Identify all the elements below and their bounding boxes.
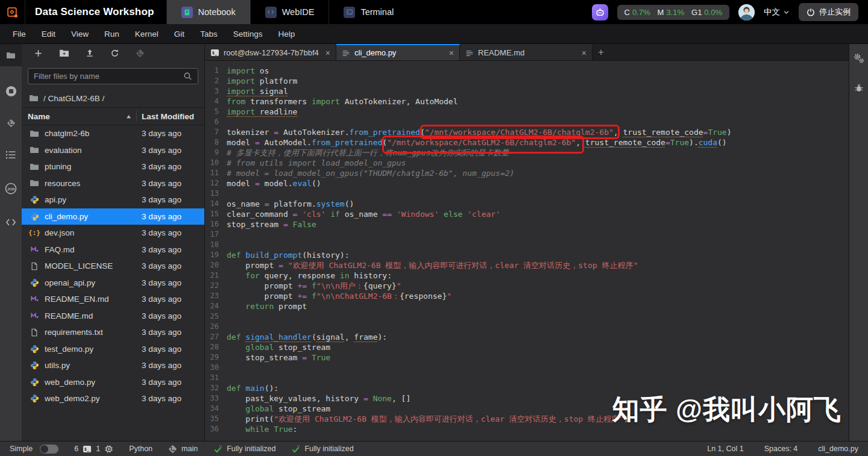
file-list-header: Name Last Modified	[22, 107, 204, 125]
assistant-button[interactable]	[592, 4, 608, 20]
lsp-status-1[interactable]: Fully initialized	[213, 445, 275, 454]
notebook-icon	[181, 7, 193, 18]
file-row[interactable]: evaluation3 days ago	[22, 142, 204, 159]
folder-icon	[30, 129, 39, 139]
upload-button[interactable]	[86, 49, 94, 60]
code-line: 7tokenizer = AutoTokenizer.from_pretrain…	[205, 127, 849, 137]
git-icon	[136, 49, 145, 58]
menu-settings[interactable]: Settings	[225, 30, 271, 39]
kernels-count[interactable]: 1	[96, 445, 100, 453]
resource-m: M3.1%	[658, 8, 684, 17]
rail-item-list[interactable]	[5, 149, 17, 163]
lsp-status-2[interactable]: Fully initialized	[291, 445, 353, 454]
code-text: def main():	[227, 383, 278, 393]
rail-item-gears[interactable]	[853, 52, 865, 67]
menu-bar: FileEditViewRunKernelGitTabsSettingsHelp	[0, 24, 868, 44]
terminals-count[interactable]: 6	[74, 445, 78, 453]
product-tab-terminal[interactable]: Terminal	[329, 0, 408, 24]
column-last-modified[interactable]: Last Modified	[137, 112, 204, 121]
line-number: 22	[205, 281, 227, 291]
language-selector[interactable]: 中文	[764, 7, 790, 17]
rail-item-folder[interactable]	[0, 44, 22, 66]
product-tab-label: Terminal	[360, 7, 394, 17]
new-tab-button[interactable]: +	[593, 44, 609, 60]
line-number: 20	[205, 260, 227, 270]
menu-help[interactable]: Help	[270, 30, 303, 39]
resource-label: M	[658, 8, 664, 17]
editor-tab-cli-demo-py[interactable]: cli_demo.py×	[336, 44, 460, 60]
file-modified: 3 days ago	[142, 179, 204, 188]
file-row[interactable]: chatglm2-6b3 days ago	[22, 125, 204, 142]
git-clone-button[interactable]	[136, 49, 145, 60]
breadcrumb[interactable]: / ChatGLM2-6B /	[22, 89, 204, 107]
file-row[interactable]: utils.py3 days ago	[22, 357, 204, 374]
product-tab-webide[interactable]: WebIDE	[250, 0, 329, 24]
file-row[interactable]: ptuning3 days ago	[22, 158, 204, 175]
column-name[interactable]: Name	[22, 112, 136, 121]
rail-item-job[interactable]: JOB	[4, 182, 17, 198]
search-icon	[183, 72, 192, 81]
doc-icon	[342, 49, 350, 57]
indent-setting[interactable]: Spaces: 4	[764, 445, 798, 453]
statusbar-filename: cli_demo.py	[818, 445, 858, 453]
menu-run[interactable]: Run	[96, 30, 127, 39]
line-number: 8	[205, 137, 227, 148]
line-number: 1	[205, 66, 227, 76]
file-row[interactable]: cli_demo.py3 days ago	[22, 208, 204, 225]
menu-kernel[interactable]: Kernel	[127, 30, 166, 39]
resource-value: 3.1%	[666, 8, 684, 17]
line-number: 4	[205, 96, 227, 107]
menu-git[interactable]: Git	[166, 30, 192, 39]
folder-icon	[30, 178, 39, 188]
cursor-position[interactable]: Ln 1, Col 1	[707, 445, 743, 453]
product-tab-notebook[interactable]: Notebook	[166, 0, 250, 24]
simple-mode-toggle[interactable]	[40, 445, 58, 454]
file-row[interactable]: resources3 days ago	[22, 175, 204, 192]
file-row[interactable]: FAQ.md3 days ago	[22, 242, 204, 258]
code-icon	[5, 216, 17, 228]
file-row[interactable]: MODEL_LICENSE3 days ago	[22, 258, 204, 275]
file-row[interactable]: web_demo.py3 days ago	[22, 374, 204, 391]
file-row[interactable]: api.py3 days ago	[22, 192, 204, 208]
code-line: 4from transformers import AutoTokenizer,…	[205, 96, 849, 107]
code-text: import platform	[227, 76, 297, 86]
rail-item-code[interactable]	[5, 216, 17, 231]
rail-item-stop-circle[interactable]	[5, 85, 17, 100]
code-line: 26	[205, 322, 849, 332]
resource-usage-badge[interactable]: C0.7%M3.1%G10.0%	[617, 5, 730, 20]
kernel-name[interactable]: Python	[129, 445, 153, 453]
file-row[interactable]: README.md3 days ago	[22, 308, 204, 325]
menu-tabs[interactable]: Tabs	[192, 30, 225, 39]
line-number: 6	[205, 117, 227, 127]
file-row[interactable]: openai_api.py3 days ago	[22, 275, 204, 292]
new-folder-button[interactable]	[59, 49, 69, 60]
new-launcher-button[interactable]	[34, 49, 43, 60]
file-row[interactable]: {:}dev.json3 days ago	[22, 225, 204, 242]
editor-tab-root-dsw-127934-7b7bbf4[interactable]: $_root@dsw-127934-7b7bbf4×	[205, 44, 336, 60]
close-icon[interactable]: ×	[449, 48, 454, 58]
file-row[interactable]: test_demo.py3 days ago	[22, 341, 204, 358]
file-row[interactable]: web_demo2.py3 days ago	[22, 390, 204, 407]
close-icon[interactable]: ×	[326, 48, 330, 58]
file-name: test_demo.py	[45, 345, 142, 354]
file-modified: 3 days ago	[142, 162, 204, 171]
rail-item-bug[interactable]	[854, 83, 864, 96]
file-row[interactable]: README_EN.md3 days ago	[22, 291, 204, 308]
code-editor[interactable]: 1import os2import platform3import signal…	[205, 61, 849, 441]
editor-tab-label: root@dsw-127934-7b7bbf4	[224, 48, 319, 57]
code-line: 14os_name = platform.system()	[205, 199, 849, 209]
refresh-button[interactable]	[110, 49, 119, 60]
editor-tab-readme-md[interactable]: README.md×	[460, 44, 593, 60]
file-row[interactable]: requirements.txt3 days ago	[22, 324, 204, 341]
menu-file[interactable]: File	[5, 30, 34, 39]
markdown-icon	[30, 245, 39, 254]
git-branch-name[interactable]: main	[181, 445, 198, 453]
stop-instance-button[interactable]: 停止实例	[799, 3, 858, 21]
menu-edit[interactable]: Edit	[34, 30, 63, 39]
menu-view[interactable]: View	[63, 30, 96, 39]
rail-item-git[interactable]	[7, 119, 16, 130]
filter-files-input[interactable]	[34, 72, 183, 81]
close-icon[interactable]: ×	[582, 48, 587, 58]
line-number: 7	[205, 127, 227, 137]
avatar[interactable]	[738, 4, 755, 20]
